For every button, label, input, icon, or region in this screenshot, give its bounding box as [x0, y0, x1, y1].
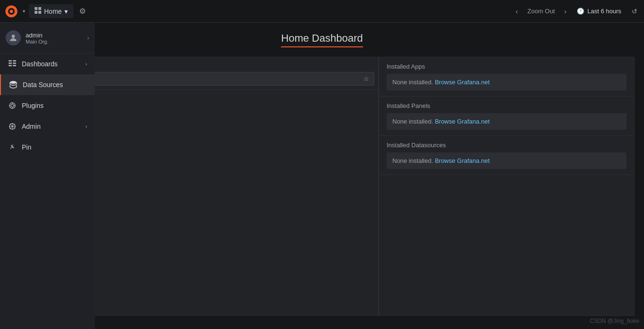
home-dropdown-arrow: ▾ [64, 8, 68, 15]
data-sources-icon [9, 80, 18, 89]
svg-rect-8 [38, 7, 41, 10]
refresh-button[interactable]: ↺ [629, 6, 640, 17]
zoom-out-button[interactable]: Zoom Out [525, 6, 558, 17]
sidebar-item-label: Pin [22, 143, 87, 151]
installed-apps-content: None installed. Browse Grafana.net [387, 74, 626, 90]
installed-panels-title: Installed Panels [387, 102, 626, 109]
installed-datasources-section: Installed Datasources None installed. Br… [379, 136, 634, 175]
svg-point-20 [11, 104, 14, 107]
plugins-icon [8, 101, 17, 110]
sidebar-user[interactable]: admin Main Org. › [0, 23, 95, 53]
main-panel: Home Dashboard ds ☆ Installed Apps [0, 23, 644, 329]
main-layout: Home Dashboard ds ☆ Installed Apps [0, 23, 644, 329]
grid-icon [35, 7, 41, 15]
svg-rect-16 [9, 65, 12, 66]
star-icon[interactable]: ☆ [363, 75, 369, 82]
svg-point-11 [12, 35, 15, 38]
svg-rect-17 [13, 65, 16, 66]
browse-grafana-datasources-link[interactable]: Browse Grafana.net [435, 157, 490, 164]
right-panel: Installed Apps None installed. Browse Gr… [379, 57, 635, 316]
sidebar-nav: Dashboards › Data Sources [0, 53, 95, 329]
sidebar-item-data-sources[interactable]: Data Sources [0, 74, 95, 95]
installed-panels-section: Installed Panels None installed. Browse … [379, 97, 634, 136]
sidebar-item-admin[interactable]: Admin › [0, 116, 95, 137]
home-button[interactable]: Home ▾ [29, 4, 73, 18]
admin-icon [8, 122, 17, 131]
admin-arrow-icon: › [85, 124, 87, 129]
time-range-label: Last 6 hours [587, 8, 621, 15]
sidebar-item-label: Admin [22, 123, 81, 130]
clock-icon: 🕐 [577, 8, 584, 15]
svg-rect-7 [35, 7, 37, 10]
topnav: ▾ Home ▾ ⚙ ‹ Zoom Out › 🕐 Last 6 hou [0, 0, 644, 23]
sidebar-item-label: Plugins [22, 102, 87, 109]
pin-icon [8, 142, 17, 152]
dashboard-content: ds ☆ Installed Apps None installed. Brow… [9, 57, 635, 316]
user-name: admin [26, 32, 87, 39]
svg-rect-15 [13, 62, 16, 64]
installed-datasources-prefix: None installed. [392, 157, 433, 164]
svg-rect-12 [9, 60, 12, 62]
installed-panels-prefix: None installed. [392, 118, 433, 125]
user-info: admin Main Org. [26, 32, 87, 44]
logo-dropdown-arrow[interactable]: ▾ [21, 7, 27, 16]
browse-grafana-panels-link[interactable]: Browse Grafana.net [435, 118, 490, 125]
installed-datasources-content: None installed. Browse Grafana.net [387, 152, 626, 169]
svg-point-2 [10, 9, 13, 13]
svg-rect-14 [9, 62, 12, 64]
installed-apps-section: Installed Apps None installed. Browse Gr… [379, 57, 634, 97]
installed-apps-prefix: None installed. [392, 79, 433, 86]
nav-next-button[interactable]: › [562, 6, 570, 17]
svg-rect-13 [13, 60, 16, 62]
settings-button[interactable]: ⚙ [75, 4, 90, 18]
user-org: Main Org. [26, 39, 87, 44]
sidebar-item-plugins[interactable]: Plugins [0, 95, 95, 116]
svg-point-26 [11, 125, 14, 128]
page-title: Home Dashboard [281, 32, 363, 47]
svg-point-18 [10, 81, 17, 84]
dashboards-arrow-icon: › [85, 61, 87, 67]
browse-grafana-apps-link[interactable]: Browse Grafana.net [435, 79, 490, 86]
svg-rect-9 [35, 11, 37, 14]
home-label: Home [44, 8, 62, 15]
refresh-icon: ↺ [632, 8, 637, 15]
sidebar-item-dashboards[interactable]: Dashboards › [0, 53, 95, 74]
topnav-left: ▾ Home ▾ ⚙ [4, 4, 90, 19]
sidebar-item-label: Dashboards [22, 60, 81, 68]
user-chevron-icon: › [87, 35, 89, 41]
dashboards-icon [8, 59, 17, 69]
time-range-button[interactable]: 🕐 Last 6 hours [573, 6, 625, 17]
sidebar-item-label: Data Sources [23, 81, 87, 89]
installed-panels-content: None installed. Browse Grafana.net [387, 113, 626, 130]
nav-prev-button[interactable]: ‹ [513, 6, 521, 17]
page-title-container: Home Dashboard [9, 32, 635, 47]
avatar [6, 30, 21, 45]
installed-datasources-title: Installed Datasources [387, 142, 626, 149]
gear-icon: ⚙ [79, 7, 86, 15]
svg-rect-10 [38, 11, 41, 14]
watermark: CSDN @Jing_boke [590, 318, 639, 324]
grafana-logo[interactable] [4, 4, 19, 19]
installed-apps-title: Installed Apps [387, 63, 626, 70]
topnav-right: ‹ Zoom Out › 🕐 Last 6 hours ↺ [513, 6, 640, 17]
sidebar: admin Main Org. › Dashboards › [0, 23, 95, 329]
sidebar-item-pin[interactable]: Pin [0, 137, 95, 158]
